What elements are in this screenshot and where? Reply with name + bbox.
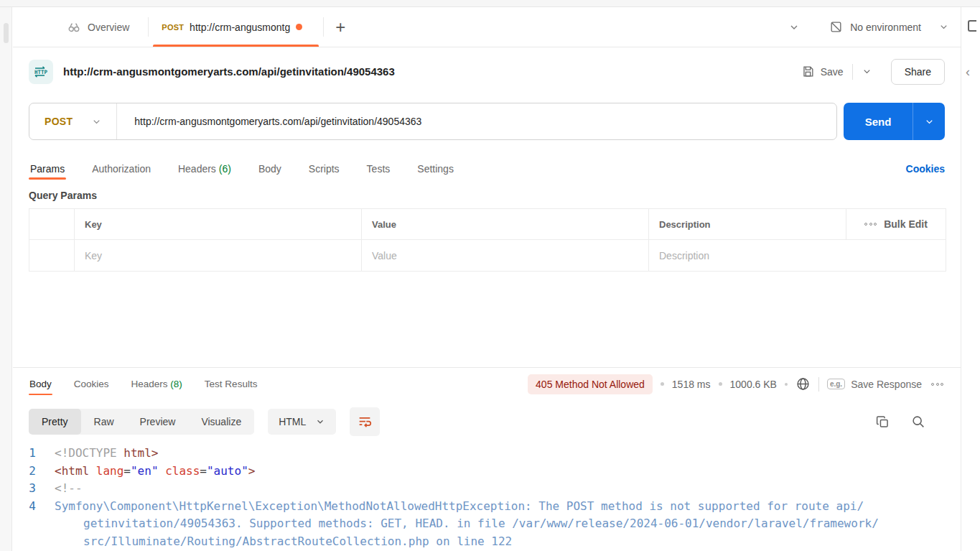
key-input[interactable] bbox=[85, 250, 351, 261]
save-button[interactable]: Save bbox=[797, 60, 852, 83]
query-params-table: Key Value Description Bulk Edit bbox=[29, 208, 946, 272]
send-button[interactable]: Send bbox=[844, 103, 945, 140]
language-selector[interactable]: HTML bbox=[268, 409, 336, 435]
code-line: 4Symfony\Component\HttpKernel\Exception\… bbox=[13, 498, 961, 516]
view-preview-button[interactable]: Preview bbox=[127, 409, 189, 435]
sidebar-drag-handle[interactable] bbox=[4, 23, 9, 43]
response-tab-headers[interactable]: Headers (8) bbox=[131, 369, 183, 399]
environment-selector[interactable]: No environment bbox=[813, 20, 961, 34]
active-tab-underline bbox=[153, 45, 319, 47]
more-options-icon bbox=[864, 223, 877, 226]
tab-settings[interactable]: Settings bbox=[416, 154, 455, 184]
search-icon[interactable] bbox=[910, 414, 926, 430]
tab-body[interactable]: Body bbox=[257, 154, 283, 184]
tab-url-label: http://crm-angusmontg bbox=[190, 22, 290, 33]
tab-params[interactable]: Params bbox=[29, 154, 66, 184]
tab-headers[interactable]: Headers (6) bbox=[177, 154, 233, 184]
bulk-edit-label: Bulk Edit bbox=[884, 218, 928, 230]
headers-count: (6) bbox=[219, 163, 231, 175]
meta-divider bbox=[818, 377, 819, 392]
collapse-right-panel-icon[interactable]: ‹ bbox=[966, 65, 970, 80]
request-title-row: HTTP http://crm-angusmontgomeryarts.com/… bbox=[13, 47, 961, 96]
key-column-header: Key bbox=[75, 209, 362, 239]
tab-method-label: POST bbox=[162, 23, 184, 32]
save-options-chevron-icon[interactable] bbox=[853, 62, 881, 81]
view-pretty-button[interactable]: Pretty bbox=[29, 409, 81, 435]
url-row: POST Send bbox=[13, 96, 961, 152]
tab-list-chevron-icon[interactable] bbox=[775, 22, 813, 33]
save-response-button[interactable]: e.g. Save Response bbox=[827, 379, 922, 390]
tab-overview-label: Overview bbox=[88, 22, 129, 33]
cookies-link[interactable]: Cookies bbox=[906, 163, 945, 175]
wrap-lines-button[interactable] bbox=[350, 407, 380, 436]
description-cell[interactable] bbox=[649, 240, 946, 271]
response-size: 1000.6 KB bbox=[730, 379, 777, 390]
left-sidebar-rail[interactable] bbox=[0, 7, 12, 551]
code-lines: 1<!DOCTYPE html>2<html lang="en" class="… bbox=[13, 445, 961, 551]
tabbar-right-group: No environment bbox=[775, 7, 961, 47]
no-environment-icon bbox=[829, 20, 843, 34]
code-line: 1<!DOCTYPE html> bbox=[13, 445, 961, 463]
wrap-lines-icon bbox=[357, 414, 373, 430]
view-visualize-button[interactable]: Visualize bbox=[188, 409, 254, 435]
value-cell[interactable] bbox=[362, 240, 649, 271]
copy-icon[interactable] bbox=[875, 415, 890, 430]
new-tab-button[interactable]: + bbox=[324, 7, 357, 47]
response-meta: 405 Method Not Allowed 1518 ms 1000.6 KB… bbox=[528, 374, 945, 394]
row-checkbox-cell[interactable] bbox=[29, 240, 75, 271]
method-chevron-icon bbox=[91, 116, 102, 127]
request-title: http://crm-angusmontgomeryarts.com/api/g… bbox=[63, 65, 395, 78]
tab-request[interactable]: POST http://crm-angusmontg bbox=[149, 7, 323, 47]
code-line: 3<!-- bbox=[13, 480, 961, 498]
description-input[interactable] bbox=[659, 250, 935, 261]
response-tab-test-results[interactable]: Test Results bbox=[204, 369, 258, 399]
layout-panel-icon[interactable] bbox=[968, 20, 976, 32]
separator-dot bbox=[719, 382, 722, 386]
method-label: POST bbox=[45, 116, 73, 127]
app-header-strip bbox=[0, 0, 980, 7]
http-request-icon: HTTP bbox=[29, 60, 53, 84]
separator-dot bbox=[785, 383, 788, 386]
send-label[interactable]: Send bbox=[844, 103, 913, 140]
unsaved-changes-dot bbox=[296, 24, 302, 30]
response-headers-count: (8) bbox=[170, 379, 182, 389]
key-cell[interactable] bbox=[75, 240, 362, 271]
tab-overview[interactable]: Overview bbox=[13, 7, 148, 47]
response-body-code[interactable]: 1<!DOCTYPE html>2<html lang="en" class="… bbox=[13, 436, 961, 551]
value-input[interactable] bbox=[372, 250, 638, 261]
environment-label: No environment bbox=[850, 22, 921, 33]
response-tools-right bbox=[875, 414, 945, 430]
url-input[interactable] bbox=[117, 116, 836, 127]
tab-tests[interactable]: Tests bbox=[365, 154, 392, 184]
response-more-options-icon[interactable] bbox=[930, 383, 945, 386]
save-label: Save bbox=[821, 66, 844, 78]
method-selector[interactable]: POST bbox=[29, 103, 116, 139]
send-options-chevron-icon[interactable] bbox=[913, 103, 945, 140]
binoculars-icon bbox=[67, 20, 81, 34]
code-line: src/Illuminate/Routing/AbstractRouteColl… bbox=[13, 533, 961, 551]
response-toolbar: Pretty Raw Preview Visualize HTML bbox=[13, 400, 961, 436]
response-section: Body Cookies Headers (8) Test Results 40… bbox=[13, 367, 961, 551]
response-tab-body[interactable]: Body bbox=[29, 369, 52, 399]
tab-authorization[interactable]: Authorization bbox=[90, 154, 152, 184]
separator-dot bbox=[661, 382, 664, 386]
query-params-header-row: Key Value Description Bulk Edit bbox=[29, 209, 946, 240]
request-tabs: Params Authorization Headers (6) Body Sc… bbox=[13, 152, 961, 185]
status-badge[interactable]: 405 Method Not Allowed bbox=[528, 374, 653, 394]
svg-text:HTTP: HTTP bbox=[34, 69, 48, 75]
tab-scripts[interactable]: Scripts bbox=[307, 154, 341, 184]
query-params-title: Query Params bbox=[13, 185, 961, 208]
bulk-edit-button[interactable]: Bulk Edit bbox=[846, 209, 946, 239]
view-mode-segmented-control: Pretty Raw Preview Visualize bbox=[29, 409, 254, 435]
share-button[interactable]: Share bbox=[891, 59, 945, 85]
save-icon bbox=[801, 65, 815, 78]
right-sidebar-rail: ‹ bbox=[961, 7, 980, 551]
globe-network-icon[interactable] bbox=[795, 376, 811, 392]
main-area: Overview POST http://crm-angusmontg + bbox=[13, 7, 961, 551]
query-params-row bbox=[29, 240, 946, 271]
save-response-label: Save Response bbox=[851, 379, 922, 390]
workspace-tabbar: Overview POST http://crm-angusmontg + bbox=[13, 7, 961, 47]
postman-app-window: ‹ Overview POST http://crm-angusmontg bbox=[0, 0, 980, 551]
response-tab-cookies[interactable]: Cookies bbox=[73, 369, 110, 399]
view-raw-button[interactable]: Raw bbox=[81, 409, 127, 435]
